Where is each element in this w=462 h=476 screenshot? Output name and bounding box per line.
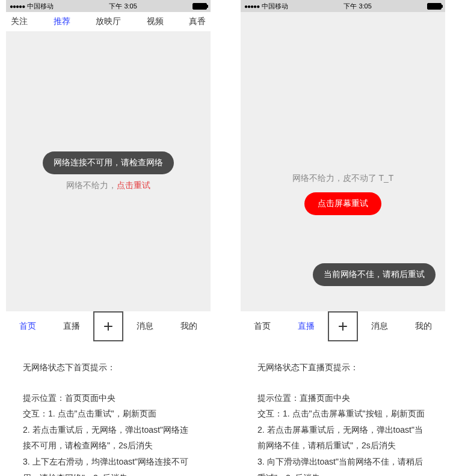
tab-0[interactable]: 关注 <box>11 16 28 27</box>
nav-home[interactable]: 首页 <box>6 321 50 332</box>
desc-line-2: 2. 若点击屏幕重试后，无网络，弹出toast"当前网络不佳，请稍后重试"，2s… <box>257 422 428 454</box>
plus-button[interactable]: + <box>328 311 358 341</box>
battery-icon <box>427 3 442 10</box>
description-left: 无网络状态下首页提示： 提示位置：首页页面中央 交互：1. 点击"点击重试"，刷… <box>6 341 211 476</box>
desc-line-1: 交互：1. 点击"点击重试"，刷新页面 <box>23 406 194 422</box>
phone-left: ●●●●● 中国移动 下午 3:05 关注 推荐 放映厅 视频 真香 网络连接不… <box>6 0 211 476</box>
carrier-label: 中国移动 <box>262 2 288 11</box>
plus-icon: + <box>103 317 113 336</box>
status-bar: ●●●●● 中国移动 下午 3:05 <box>6 0 211 12</box>
signal-icon: ●●●●● <box>244 3 259 10</box>
nav-profile[interactable]: 我的 <box>402 321 446 332</box>
battery-icon <box>192 3 207 10</box>
screen-left: ●●●●● 中国移动 下午 3:05 关注 推荐 放映厅 视频 真香 网络连接不… <box>6 0 211 341</box>
time-label: 下午 3:05 <box>343 2 371 11</box>
desc-line-0: 提示位置：直播页面中央 <box>257 390 428 406</box>
desc-line-3: 3. 向下滑动弹出toast"当前网络不佳，请稍后重试"，2s后消失 <box>257 454 428 476</box>
toast-network-error: 网络连接不可用，请检查网络 <box>43 151 174 174</box>
retry-text: 网络不给力，皮不动了 T_T <box>292 173 394 184</box>
status-bar: ●●●●● 中国移动 下午 3:05 <box>241 0 445 12</box>
nav-live[interactable]: 直播 <box>285 321 328 332</box>
signal-icon: ●●●●● <box>10 3 25 10</box>
plus-icon: + <box>338 317 348 336</box>
time-label: 下午 3:05 <box>109 2 137 11</box>
nav-profile[interactable]: 我的 <box>167 321 211 332</box>
content-area: 网络连接不可用，请检查网络 网络不给力，点击重试 <box>6 31 211 311</box>
status-left: ●●●●● 中国移动 <box>10 2 54 11</box>
nav-messages[interactable]: 消息 <box>358 321 402 332</box>
content-area: 网络不给力，皮不动了 T_T 点击屏幕重试 当前网络不佳，请稍后重试 <box>241 12 445 311</box>
desc-title: 无网络状态下直播页提示： <box>257 359 428 376</box>
bottom-nav: 首页 直播 + 消息 我的 <box>6 311 211 341</box>
toast-network-poor: 当前网络不佳，请稍后重试 <box>313 263 436 286</box>
bottom-nav: 首页 直播 + 消息 我的 <box>241 311 445 341</box>
desc-line-1: 交互：1. 点击"点击屏幕重试"按钮，刷新页面 <box>257 406 428 422</box>
nav-home[interactable]: 首页 <box>241 321 285 332</box>
tab-1[interactable]: 推荐 <box>54 16 70 27</box>
description-right: 无网络状态下直播页提示： 提示位置：直播页面中央 交互：1. 点击"点击屏幕重试… <box>241 341 445 476</box>
retry-link[interactable]: 点击重试 <box>117 180 150 190</box>
desc-line-3: 3. 上下左右滑动，均弹出toast"网络连接不可用，请检查网络"，2s后消失 <box>23 454 194 476</box>
desc-line-2: 2. 若点击重试后，无网络，弹出toast"网络连接不可用，请检查网络"，2s后… <box>23 422 194 454</box>
status-left: ●●●●● 中国移动 <box>244 2 288 11</box>
retry-prefix: 网络不给力， <box>66 180 117 190</box>
desc-line-0: 提示位置：首页页面中央 <box>23 390 194 406</box>
tab-2[interactable]: 放映厅 <box>96 16 121 27</box>
nav-live[interactable]: 直播 <box>50 321 94 332</box>
top-tabs: 关注 推荐 放映厅 视频 真香 <box>6 12 211 31</box>
phone-right: ●●●●● 中国移动 下午 3:05 网络不给力，皮不动了 T_T 点击屏幕重试… <box>241 0 445 476</box>
screen-right: ●●●●● 中国移动 下午 3:05 网络不给力，皮不动了 T_T 点击屏幕重试… <box>241 0 445 341</box>
retry-row: 网络不给力，点击重试 <box>66 180 150 191</box>
nav-messages[interactable]: 消息 <box>123 321 167 332</box>
retry-button[interactable]: 点击屏幕重试 <box>304 192 381 215</box>
carrier-label: 中国移动 <box>27 2 54 11</box>
plus-button[interactable]: + <box>93 311 123 341</box>
tab-4[interactable]: 真香 <box>189 16 206 27</box>
desc-title: 无网络状态下首页提示： <box>23 359 194 376</box>
tab-3[interactable]: 视频 <box>147 16 164 27</box>
